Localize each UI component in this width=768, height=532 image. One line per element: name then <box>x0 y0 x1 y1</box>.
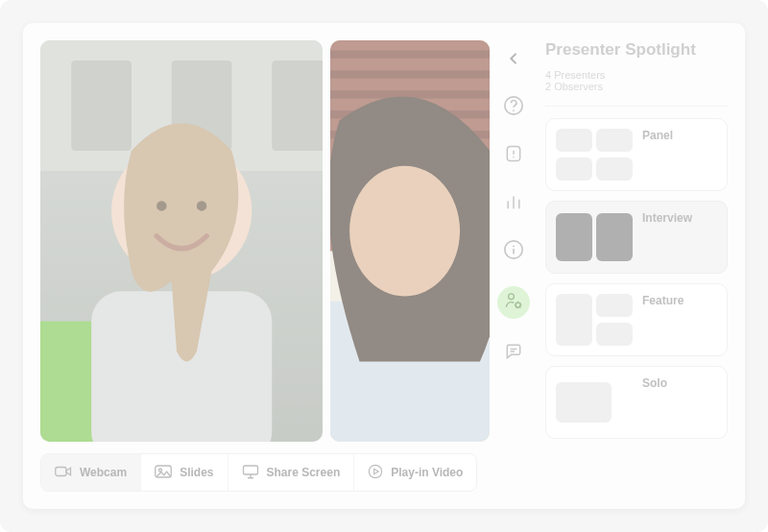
layout-option-feature[interactable]: Feature <box>545 283 728 356</box>
video-column: Webcam Slides <box>40 40 482 492</box>
svg-point-26 <box>513 109 515 111</box>
presenter-spotlight-panel: Presenter Spotlight 4 Presenters 2 Obser… <box>545 40 728 492</box>
layout-option-panel[interactable]: Panel <box>545 118 728 191</box>
layout-label: Panel <box>642 129 673 142</box>
feature-layout-icon <box>556 294 633 346</box>
svg-point-8 <box>156 201 166 210</box>
info-icon <box>503 239 524 264</box>
presenter-settings-button[interactable] <box>497 286 530 319</box>
svg-point-24 <box>370 465 382 477</box>
solo-layout-icon <box>556 376 633 428</box>
alert-icon <box>504 144 523 167</box>
svg-rect-4 <box>272 60 323 151</box>
svg-rect-13 <box>330 70 490 78</box>
svg-rect-20 <box>56 467 66 475</box>
user-gear-icon <box>504 291 523 314</box>
bar-chart-icon <box>504 192 523 215</box>
source-toolbar: Webcam Slides <box>40 453 477 492</box>
observers-count: 2 Observers <box>545 81 728 92</box>
chat-icon <box>504 342 523 365</box>
layout-label: Solo <box>642 376 667 390</box>
layout-option-interview[interactable]: Interview <box>545 201 728 274</box>
participant-tile-1[interactable] <box>40 40 323 442</box>
share-label: Share Screen <box>267 466 341 479</box>
info-button[interactable] <box>500 238 527 265</box>
svg-point-22 <box>159 469 162 472</box>
app-window: Webcam Slides <box>23 23 745 509</box>
divider <box>545 106 728 107</box>
share-screen-button[interactable]: Share Screen <box>228 454 355 491</box>
svg-rect-12 <box>330 50 490 58</box>
collapse-panel-button[interactable] <box>501 48 526 73</box>
svg-rect-2 <box>71 60 132 151</box>
svg-point-9 <box>197 201 206 210</box>
slides-button[interactable]: Slides <box>141 454 228 491</box>
svg-point-31 <box>509 294 515 300</box>
playin-video-button[interactable]: Play-in Video <box>354 454 476 491</box>
video-area <box>40 40 482 442</box>
help-icon <box>503 95 524 120</box>
playin-label: Play-in Video <box>391 466 463 479</box>
main-row: Webcam Slides <box>40 40 728 492</box>
help-button[interactable] <box>500 94 527 121</box>
vertical-icon-strip <box>493 40 534 492</box>
layout-option-solo[interactable]: Solo <box>545 366 728 439</box>
image-icon <box>155 465 172 481</box>
svg-point-30 <box>513 245 515 247</box>
layout-label: Interview <box>642 211 692 225</box>
polls-button[interactable] <box>500 190 527 217</box>
webcam-button[interactable]: Webcam <box>41 454 141 491</box>
svg-point-28 <box>513 157 515 158</box>
camera-icon <box>55 465 72 481</box>
play-icon <box>368 464 383 482</box>
participant-tile-2[interactable] <box>330 40 490 442</box>
interview-layout-icon <box>556 211 633 263</box>
chevron-left-icon <box>506 51 521 70</box>
layout-label: Feature <box>642 294 684 307</box>
slides-label: Slides <box>180 466 213 479</box>
presenters-count: 4 Presenters <box>545 69 728 81</box>
panel-title: Presenter Spotlight <box>545 40 728 60</box>
panel-layout-icon <box>556 129 633 181</box>
webcam-label: Webcam <box>80 466 127 479</box>
alerts-button[interactable] <box>500 142 527 169</box>
svg-point-19 <box>349 166 460 297</box>
monitor-icon <box>242 464 259 482</box>
svg-rect-23 <box>243 466 257 474</box>
chat-button[interactable] <box>500 340 527 367</box>
